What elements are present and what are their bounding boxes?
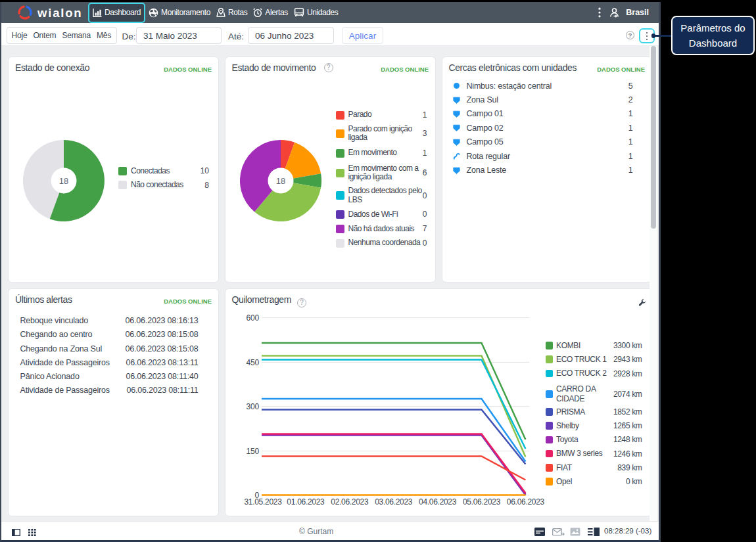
svg-text:02.06.2023: 02.06.2023 [331, 497, 369, 507]
svg-text:300: 300 [246, 402, 259, 411]
svg-text:150: 150 [246, 447, 259, 456]
svg-text:03.06.2023: 03.06.2023 [375, 497, 413, 507]
svg-text:06.06.2023: 06.06.2023 [506, 497, 544, 507]
svg-text:450: 450 [246, 358, 259, 367]
svg-text:01.06.2023: 01.06.2023 [287, 497, 325, 507]
svg-text:18: 18 [59, 176, 68, 186]
svg-text:31.05.2023: 31.05.2023 [244, 497, 282, 507]
svg-text:04.06.2023: 04.06.2023 [419, 497, 457, 507]
svg-text:05.06.2023: 05.06.2023 [462, 497, 500, 507]
svg-text:600: 600 [246, 313, 259, 323]
svg-text:18: 18 [276, 176, 285, 186]
